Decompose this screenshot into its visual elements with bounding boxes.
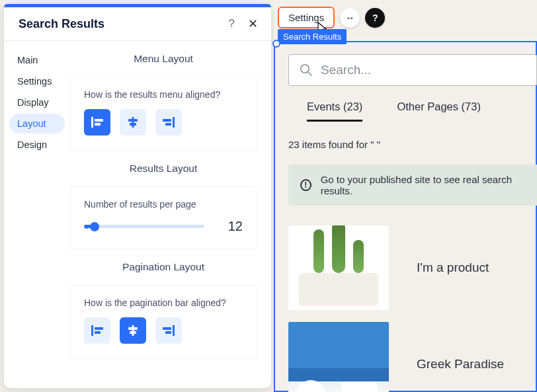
results-layout-title: Results Layout bbox=[70, 163, 257, 175]
help-icon[interactable]: ? bbox=[229, 17, 235, 30]
menu-layout-title: Menu Layout bbox=[70, 53, 257, 65]
slider-thumb[interactable] bbox=[90, 222, 99, 231]
items-found-text: 23 items found for " " bbox=[288, 139, 537, 150]
align-right-icon bbox=[163, 117, 175, 128]
slider-start-dot bbox=[85, 225, 89, 229]
align-left-button[interactable] bbox=[84, 109, 110, 136]
svg-rect-15 bbox=[173, 325, 175, 336]
pagination-layout-section: Pagination Layout How is the pagination … bbox=[70, 261, 257, 359]
svg-point-18 bbox=[301, 65, 309, 73]
svg-rect-9 bbox=[91, 325, 93, 336]
result-row[interactable]: I'm a product bbox=[288, 225, 537, 310]
menu-alignment-options bbox=[84, 109, 243, 136]
svg-rect-1 bbox=[95, 119, 103, 122]
search-input[interactable]: Search... bbox=[288, 54, 537, 86]
menu-layout-section: Menu Layout How is the results menu alig… bbox=[70, 53, 257, 151]
pagination-align-right-button[interactable] bbox=[155, 317, 182, 344]
svg-rect-16 bbox=[163, 327, 171, 330]
svg-rect-2 bbox=[95, 123, 101, 126]
align-right-button[interactable] bbox=[155, 109, 182, 136]
svg-rect-11 bbox=[95, 331, 101, 334]
side-tab-main[interactable]: Main bbox=[9, 50, 65, 70]
results-tabs: Events (23) Other Pages (73) bbox=[288, 100, 537, 122]
svg-rect-0 bbox=[91, 117, 93, 128]
side-tab-layout[interactable]: Layout bbox=[9, 114, 65, 134]
panel-title: Search Results bbox=[19, 17, 104, 31]
svg-rect-10 bbox=[95, 327, 103, 330]
pagination-align-left-button[interactable] bbox=[84, 317, 110, 344]
preview-notice: ! Go to your published site to see real … bbox=[288, 165, 537, 206]
align-right-icon bbox=[163, 325, 175, 336]
menu-layout-card: How is the results menu aligned? bbox=[70, 77, 257, 151]
pagination-layout-title: Pagination Layout bbox=[70, 261, 257, 273]
results-per-page-value: 12 bbox=[216, 219, 243, 234]
svg-rect-7 bbox=[163, 119, 171, 122]
pagination-alignment-options bbox=[84, 317, 243, 344]
editor-canvas: Settings ↔ ? Search Results Search... Ev… bbox=[274, 0, 537, 392]
side-tab-display[interactable]: Display bbox=[9, 93, 65, 112]
results-layout-card: Number of results per page 12 bbox=[70, 186, 257, 249]
settings-panel: Search Results ? ✕ Main Settings Display… bbox=[4, 4, 271, 388]
svg-rect-8 bbox=[165, 123, 171, 126]
search-icon bbox=[300, 63, 313, 77]
result-title: Greek Paradise bbox=[417, 357, 504, 372]
align-left-icon bbox=[91, 117, 103, 128]
panel-header-actions: ? ✕ bbox=[229, 17, 258, 31]
search-placeholder: Search... bbox=[321, 63, 371, 77]
panel-header: Search Results ? ✕ bbox=[4, 7, 271, 41]
results-slider[interactable] bbox=[84, 225, 204, 228]
align-center-button[interactable] bbox=[120, 109, 146, 136]
pagination-layout-card: How is the pagination bar aligned? bbox=[70, 285, 257, 359]
result-thumbnail bbox=[288, 322, 389, 392]
svg-rect-12 bbox=[132, 325, 134, 336]
side-tab-settings[interactable]: Settings bbox=[9, 71, 65, 91]
side-tabs: Main Settings Display Layout Design bbox=[4, 41, 70, 388]
element-settings-button[interactable]: Settings bbox=[278, 7, 335, 28]
panel-body: Main Settings Display Layout Design Menu… bbox=[4, 41, 271, 388]
svg-rect-17 bbox=[165, 331, 171, 334]
notice-text: Go to your published site to see real se… bbox=[321, 174, 525, 196]
align-center-icon bbox=[127, 325, 139, 336]
side-tab-design[interactable]: Design bbox=[9, 135, 65, 155]
svg-rect-5 bbox=[130, 123, 136, 126]
results-per-page-label: Number of results per page bbox=[84, 199, 243, 210]
element-action-bar: Settings ↔ ? bbox=[278, 7, 385, 28]
svg-rect-6 bbox=[173, 117, 175, 128]
menu-alignment-label: How is the results menu aligned? bbox=[84, 89, 243, 100]
svg-rect-3 bbox=[132, 117, 134, 128]
tab-other-pages[interactable]: Other Pages (73) bbox=[397, 100, 481, 122]
svg-rect-4 bbox=[128, 119, 138, 122]
result-thumbnail bbox=[288, 225, 389, 310]
tab-events[interactable]: Events (23) bbox=[307, 100, 362, 122]
help-bubble-icon[interactable]: ? bbox=[365, 8, 385, 28]
search-results-preview: Search... Events (23) Other Pages (73) 2… bbox=[288, 54, 537, 392]
svg-line-19 bbox=[308, 72, 311, 75]
result-row[interactable]: Greek Paradise bbox=[288, 322, 537, 392]
info-icon: ! bbox=[300, 179, 311, 191]
result-title: I'm a product bbox=[417, 260, 489, 275]
close-icon[interactable]: ✕ bbox=[248, 17, 258, 31]
align-center-icon bbox=[127, 117, 139, 128]
stretch-icon[interactable]: ↔ bbox=[340, 8, 360, 28]
svg-rect-13 bbox=[128, 327, 138, 330]
svg-rect-14 bbox=[130, 331, 136, 334]
panel-content: Menu Layout How is the results menu alig… bbox=[70, 41, 271, 388]
pagination-align-center-button[interactable] bbox=[120, 317, 146, 344]
pagination-alignment-label: How is the pagination bar aligned? bbox=[84, 297, 243, 308]
results-per-page-control: 12 bbox=[84, 219, 243, 234]
align-left-icon bbox=[91, 325, 103, 336]
results-layout-section: Results Layout Number of results per pag… bbox=[70, 163, 257, 249]
